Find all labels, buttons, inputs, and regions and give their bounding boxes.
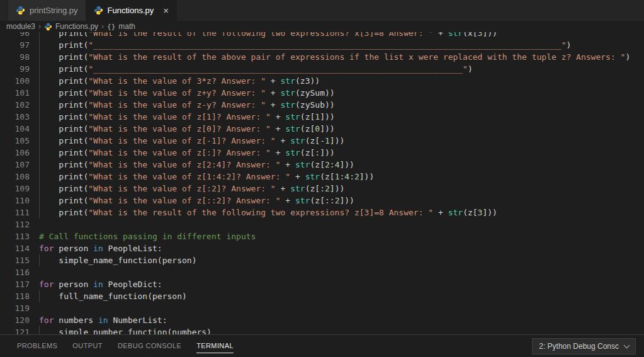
code-text: print("What is the value of z-y? Answer:…	[39, 99, 335, 111]
panel-tab-debug-console[interactable]: Debug Console	[118, 339, 181, 353]
code-line[interactable]: 119	[0, 302, 644, 314]
breadcrumb: module3 › Functions.py › {} math	[0, 21, 644, 32]
bottom-panel: Problems Output Debug Console Terminal 2…	[0, 334, 644, 357]
tab-functions[interactable]: Functions.py ×	[86, 0, 177, 21]
code-text: print("What is the value of z[0]? Answer…	[39, 123, 335, 135]
code-line[interactable]: 96 print("What is the result of the foll…	[0, 32, 644, 39]
line-number: 101	[0, 87, 30, 99]
line-number: 102	[0, 99, 30, 111]
breadcrumb-file[interactable]: Functions.py	[55, 22, 98, 31]
code-text: simple_name_function(person)	[39, 254, 196, 266]
code-line[interactable]: 102 print("What is the value of z-y? Ans…	[0, 99, 644, 111]
line-number: 116	[0, 266, 30, 278]
line-number: 119	[0, 302, 30, 314]
panel-tab-problems[interactable]: Problems	[17, 339, 57, 353]
line-number: 100	[0, 75, 30, 87]
code-line[interactable]: 97 print("______________________________…	[0, 39, 644, 51]
code-line[interactable]: 114for person in PeopleList:	[0, 242, 644, 254]
editor-tab-bar: printString.py Functions.py ×	[0, 0, 644, 21]
code-text: print("_________________________________…	[39, 39, 571, 51]
code-text: print("What is the result of the followi…	[39, 207, 497, 218]
python-icon	[16, 6, 25, 15]
python-icon	[44, 23, 52, 31]
code-text: print("What is the value of z[1]? Answer…	[39, 111, 335, 123]
chevron-down-icon	[624, 342, 630, 348]
line-number: 99	[0, 63, 30, 75]
close-icon[interactable]: ×	[163, 6, 169, 15]
namespace-icon: {}	[107, 23, 115, 31]
code-text: # Call functions passing in different in…	[39, 230, 256, 242]
code-text: print("What is the value of z[:2]? Answe…	[39, 183, 344, 195]
code-line[interactable]: 105 print("What is the value of z[-1]? A…	[0, 135, 644, 147]
line-number: 109	[0, 183, 30, 195]
code-line[interactable]: 113# Call functions passing in different…	[0, 230, 644, 242]
code-editor[interactable]: 96 print("What is the result of the foll…	[0, 32, 644, 334]
code-line[interactable]: 110 print("What is the value of z[::2]? …	[0, 195, 644, 207]
line-number: 98	[0, 51, 30, 63]
chevron-right-icon: ›	[38, 22, 41, 31]
code-line[interactable]: 109 print("What is the value of z[:2]? A…	[0, 183, 644, 195]
code-line[interactable]: 101 print("What is the value of z+y? Ans…	[0, 87, 644, 99]
breadcrumb-folder[interactable]: module3	[6, 22, 35, 31]
line-number: 108	[0, 171, 30, 183]
code-text: for numbers in NumberList:	[39, 314, 167, 326]
line-number: 115	[0, 254, 30, 266]
code-line[interactable]: 121 simple_number_function(numbers)	[0, 326, 644, 334]
code-text: print("_________________________________…	[39, 63, 473, 75]
line-number: 118	[0, 290, 30, 302]
code-line[interactable]: 112	[0, 218, 644, 230]
panel-tab-terminal[interactable]: Terminal	[196, 339, 234, 353]
code-text: print("What is the value of z[-1]? Answe…	[39, 135, 344, 147]
panel-tab-bar: Problems Output Debug Console Terminal	[0, 339, 234, 353]
line-number: 106	[0, 147, 30, 159]
line-number: 96	[0, 32, 30, 39]
code-text: print("What is the value of z[::2]? Answ…	[39, 195, 354, 207]
code-text: print("What is the result of the above p…	[39, 51, 630, 63]
terminal-selector-label: 2: Python Debug Consc	[539, 342, 619, 351]
code-text: simple_number_function(numbers)	[39, 326, 212, 334]
code-text: print("What is the value of z+y? Answer:…	[39, 87, 335, 99]
code-line[interactable]: 108 print("What is the value of z[1:4:2]…	[0, 171, 644, 183]
line-number: 110	[0, 195, 30, 207]
code-line[interactable]: 120for numbers in NumberList:	[0, 314, 644, 326]
code-line[interactable]: 117for person in PeopleDict:	[0, 278, 644, 290]
code-text: print("What is the value of z[:]? Answer…	[39, 147, 335, 159]
line-number: 117	[0, 278, 30, 290]
editor-lines: 96 print("What is the result of the foll…	[0, 32, 644, 334]
code-text: for person in PeopleList:	[39, 242, 162, 254]
line-number: 120	[0, 314, 30, 326]
code-line[interactable]: 115 simple_name_function(person)	[0, 254, 644, 266]
code-line[interactable]: 98 print("What is the result of the abov…	[0, 51, 644, 63]
code-text: full_name_function(person)	[39, 290, 187, 302]
tab-printstring[interactable]: printString.py	[8, 0, 86, 21]
line-number: 104	[0, 123, 30, 135]
code-line[interactable]: 118 full_name_function(person)	[0, 290, 644, 302]
code-text: print("What is the result of the followi…	[39, 32, 497, 39]
line-number: 105	[0, 135, 30, 147]
tab-label: Functions.py	[108, 6, 154, 15]
code-line[interactable]: 111 print("What is the result of the fol…	[0, 207, 644, 218]
tab-label: printString.py	[30, 6, 78, 15]
code-line[interactable]: 116	[0, 266, 644, 278]
code-line[interactable]: 107 print("What is the value of z[2:4]? …	[0, 159, 644, 171]
python-icon	[94, 6, 103, 15]
vscode-window: printString.py Functions.py × module3 › …	[0, 0, 644, 357]
code-text: for person in PeopleDict:	[39, 278, 162, 290]
code-line[interactable]: 104 print("What is the value of z[0]? An…	[0, 123, 644, 135]
code-line[interactable]: 99 print("______________________________…	[0, 63, 644, 75]
code-line[interactable]: 100 print("What is the value of 3*z? Ans…	[0, 75, 644, 87]
line-number: 112	[0, 218, 30, 230]
code-text: print("What is the value of z[2:4]? Answ…	[39, 159, 354, 171]
line-number: 103	[0, 111, 30, 123]
chevron-right-icon: ›	[101, 22, 104, 31]
terminal-selector-dropdown[interactable]: 2: Python Debug Consc	[532, 338, 636, 354]
line-number: 121	[0, 326, 30, 334]
line-number: 113	[0, 230, 30, 242]
line-number: 107	[0, 159, 30, 171]
code-line[interactable]: 106 print("What is the value of z[:]? An…	[0, 147, 644, 159]
line-number: 111	[0, 207, 30, 218]
code-line[interactable]: 103 print("What is the value of z[1]? An…	[0, 111, 644, 123]
breadcrumb-symbol[interactable]: math	[118, 22, 135, 31]
line-number: 97	[0, 39, 30, 51]
panel-tab-output[interactable]: Output	[72, 339, 103, 353]
